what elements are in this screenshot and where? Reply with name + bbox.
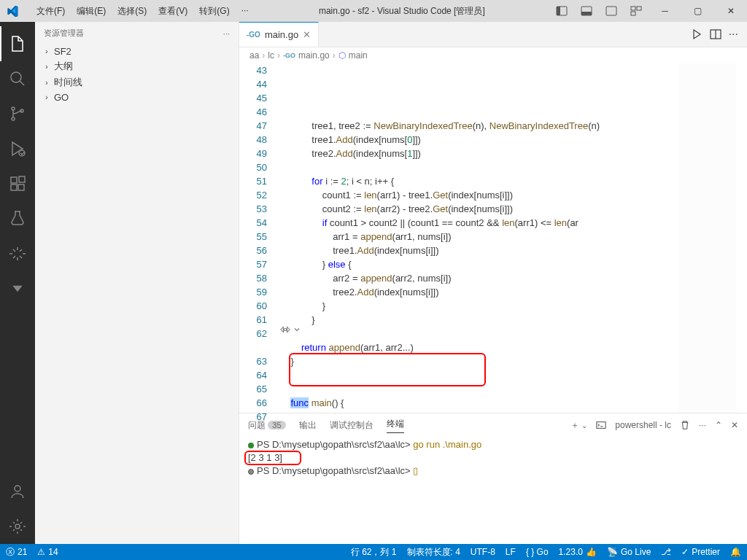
panel-tab-debug-console[interactable]: 调试控制台 xyxy=(330,419,374,432)
split-editor-icon[interactable] xyxy=(710,28,721,40)
svg-point-21 xyxy=(284,328,287,331)
sidebar-header: 资源管理器 xyxy=(44,28,223,39)
chevron-right-icon: › xyxy=(42,79,51,87)
new-terminal-icon[interactable]: ＋ ⌄ xyxy=(570,419,587,432)
sidebar-more-icon[interactable]: ··· xyxy=(223,29,230,38)
svg-rect-16 xyxy=(19,176,25,182)
menu-goto[interactable]: 转到(G) xyxy=(193,5,235,18)
menu-file[interactable]: 文件(F) xyxy=(31,5,71,18)
editor-tabs: -GO main.go ✕ ··· xyxy=(239,22,747,47)
maximize-panel-icon[interactable]: ⌃ xyxy=(715,420,722,430)
run-code-icon[interactable] xyxy=(691,28,703,40)
tab-main-go[interactable]: -GO main.go ✕ xyxy=(239,22,319,47)
svg-point-10 xyxy=(12,117,15,120)
svg-rect-22 xyxy=(597,422,605,429)
explorer-icon[interactable] xyxy=(0,26,35,61)
svg-point-18 xyxy=(15,524,20,529)
broadcast-icon: 📡 xyxy=(607,547,618,557)
svg-rect-3 xyxy=(581,12,592,15)
terminal-profile-icon[interactable] xyxy=(596,420,606,430)
status-bar: ⓧ21 ⚠14 行 62，列 1 制表符长度: 4 UTF-8 LF { } G… xyxy=(0,544,747,560)
gear-icon[interactable] xyxy=(0,509,35,544)
svg-rect-5 xyxy=(631,7,635,10)
code-editor[interactable]: tree1, tree2 := NewBinaryIndexedTree(n),… xyxy=(280,63,747,413)
extensions-icon[interactable] xyxy=(0,166,35,201)
status-encoding[interactable]: UTF-8 xyxy=(471,547,495,557)
check-icon: ✓ xyxy=(681,547,689,557)
layout-panel-icon[interactable] xyxy=(574,5,599,17)
svg-rect-14 xyxy=(11,184,17,190)
svg-rect-1 xyxy=(557,7,560,15)
layout-customize-icon[interactable] xyxy=(624,5,649,17)
chevron-right-icon: › xyxy=(42,63,51,71)
warning-icon: ⚠ xyxy=(37,547,45,557)
panel: 问题 35 输出 调试控制台 终端 ＋ ⌄ powershell - lc ··… xyxy=(239,413,747,544)
activity-bar xyxy=(0,22,35,544)
source-control-icon[interactable] xyxy=(0,96,35,131)
close-panel-icon[interactable]: ✕ xyxy=(731,420,738,430)
status-prettier[interactable]: ✓Prettier xyxy=(681,547,720,557)
svg-point-17 xyxy=(15,486,20,491)
chevron-down-triangle-icon[interactable] xyxy=(0,271,35,306)
status-errors[interactable]: ⓧ21 xyxy=(6,546,27,559)
editor-area: -GO main.go ✕ ··· aa› lc› -GOmain.go› ⬡m… xyxy=(239,22,747,544)
minimize-button[interactable]: ─ xyxy=(649,0,681,22)
terminal[interactable]: PS D:\mysetup\gopath\src\sf2\aa\lc> go r… xyxy=(239,437,747,544)
panel-more-icon[interactable]: ··· xyxy=(699,420,706,430)
panel-tab-output[interactable]: 输出 xyxy=(299,419,317,432)
trash-icon[interactable] xyxy=(680,420,690,430)
menu-edit[interactable]: 编辑(E) xyxy=(71,5,112,18)
sidebar: 资源管理器 ··· ›SF2 ›大纲 ›时间线 ›GO xyxy=(35,22,239,544)
vscode-logo-icon xyxy=(0,5,25,17)
status-eol[interactable]: LF xyxy=(506,547,516,557)
run-debug-icon[interactable] xyxy=(0,131,35,166)
svg-rect-6 xyxy=(637,7,641,10)
main-menu: 文件(F) 编辑(E) 选择(S) 查看(V) 转到(G) ··· xyxy=(31,5,255,18)
svg-rect-13 xyxy=(11,177,17,183)
terminal-dropdown[interactable]: powershell - lc xyxy=(615,420,671,430)
tab-label: main.go xyxy=(265,29,298,40)
status-indent[interactable]: 制表符长度: 4 xyxy=(407,546,460,559)
titlebar: 文件(F) 编辑(E) 选择(S) 查看(V) 转到(G) ··· main.g… xyxy=(0,0,747,22)
testing-icon[interactable] xyxy=(0,201,35,236)
menu-more[interactable]: ··· xyxy=(236,5,255,18)
menu-select[interactable]: 选择(S) xyxy=(112,5,152,18)
panel-tab-terminal[interactable]: 终端 xyxy=(387,418,404,433)
window-title: main.go - sf2 - Visual Studio Code [管理员] xyxy=(255,5,549,18)
svg-point-9 xyxy=(12,107,15,110)
close-button[interactable]: ✕ xyxy=(714,0,747,22)
status-golive[interactable]: 📡Go Live xyxy=(607,547,651,557)
status-go-version[interactable]: 1.23.0 👍 xyxy=(559,547,597,557)
sidebar-item-go[interactable]: ›GO xyxy=(35,90,239,104)
status-bell-icon[interactable]: 🔔 xyxy=(730,547,741,557)
svg-rect-15 xyxy=(18,184,24,190)
svg-rect-7 xyxy=(631,12,635,15)
status-warnings[interactable]: ⚠14 xyxy=(37,547,58,557)
sidebar-item-outline[interactable]: ›大纲 xyxy=(35,58,239,74)
sparkle-icon[interactable] xyxy=(0,236,35,271)
layout-sidebar-left-icon[interactable] xyxy=(549,5,574,17)
search-icon[interactable] xyxy=(0,61,35,96)
tab-close-icon[interactable]: ✕ xyxy=(303,29,311,40)
chevron-right-icon: › xyxy=(42,47,51,55)
svg-point-8 xyxy=(11,72,21,82)
go-file-icon: -GO xyxy=(283,52,295,59)
go-file-icon: -GO xyxy=(247,31,260,39)
maximize-button[interactable]: ▢ xyxy=(681,0,714,22)
code-lens-icons[interactable] xyxy=(280,324,301,335)
breadcrumb[interactable]: aa› lc› -GOmain.go› ⬡main xyxy=(239,47,747,63)
status-cursor[interactable]: 行 62，列 1 xyxy=(351,546,397,559)
status-git-icon[interactable]: ⎇ xyxy=(661,547,671,557)
line-gutter: 4344454647484950515253545556575859606162… xyxy=(239,63,280,413)
sidebar-item-sf2[interactable]: ›SF2 xyxy=(35,44,239,58)
thumbs-up-icon: 👍 xyxy=(586,547,597,557)
menu-view[interactable]: 查看(V) xyxy=(152,5,193,18)
error-icon: ⓧ xyxy=(6,546,15,559)
svg-rect-4 xyxy=(606,7,616,15)
status-language[interactable]: { } Go xyxy=(526,547,549,557)
sidebar-item-timeline[interactable]: ›时间线 xyxy=(35,74,239,90)
layout-sidebar-right-icon[interactable] xyxy=(599,5,624,17)
symbol-icon: ⬡ xyxy=(338,50,346,61)
tab-more-icon[interactable]: ··· xyxy=(729,28,738,41)
account-icon[interactable] xyxy=(0,474,35,509)
